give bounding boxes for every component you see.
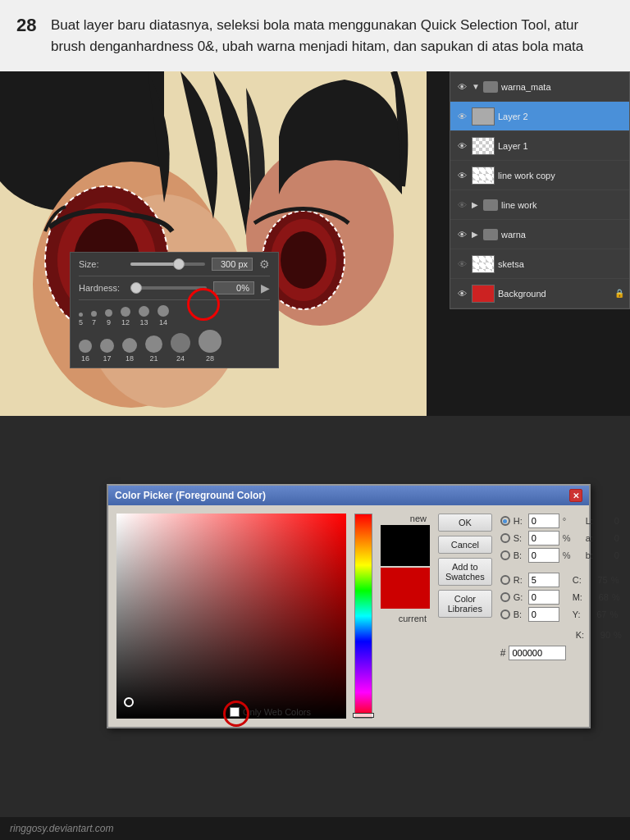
web-colors-row: Only Web Colors: [230, 707, 311, 717]
brush-preset-5[interactable]: 5: [79, 313, 83, 326]
brush-preset-28[interactable]: 28: [199, 330, 221, 363]
dialog-title: Color Picker (Foreground Color): [115, 490, 266, 501]
folder-icon: [483, 229, 498, 240]
layers-panel: 👁 ▼ warna_mata 👁 Layer 2 👁 Layer 1 👁 lin…: [450, 71, 630, 309]
layer-item-background[interactable]: 👁 Background 🔒: [450, 279, 629, 308]
a-value: 0: [596, 533, 619, 543]
g-radio[interactable]: [500, 592, 510, 602]
new-label: new: [410, 514, 430, 523]
ok-button[interactable]: OK: [438, 514, 492, 532]
s-label: S:: [514, 533, 525, 543]
b-radio[interactable]: [500, 550, 510, 560]
brush-preset-13[interactable]: 13: [139, 306, 149, 326]
s-unit: %: [563, 533, 576, 543]
b-row: B: % b: 0: [500, 548, 622, 563]
layer-item-warna-mata[interactable]: 👁 ▼ warna_mata: [450, 72, 629, 102]
swatch-current: [381, 568, 430, 609]
eye-icon[interactable]: 👁: [455, 139, 468, 153]
brush-preset-18[interactable]: 18: [122, 338, 137, 363]
layer-name: line work: [501, 200, 624, 210]
b-label: B:: [514, 550, 525, 560]
svg-point-11: [281, 231, 326, 289]
eye-icon-hidden[interactable]: 👁: [455, 199, 468, 212]
eye-icon[interactable]: 👁: [455, 169, 468, 182]
h-label: H:: [514, 516, 525, 526]
layer-item-warna[interactable]: 👁 ▶ warna: [450, 220, 629, 249]
folder-icon: [483, 81, 498, 93]
hue-slider[interactable]: [354, 514, 372, 719]
color-picker-dialog: Color Picker (Foreground Color) ✕ new cu…: [107, 484, 591, 728]
h-radio[interactable]: [500, 516, 510, 526]
g-row: G: M: 68 %: [500, 590, 622, 605]
color-gradient-square[interactable]: [116, 514, 346, 719]
expand-arrow: ▼: [472, 82, 480, 91]
s-row: S: % a: 0: [500, 531, 622, 546]
brush-preset-12[interactable]: 12: [121, 307, 130, 326]
brush-preset-17[interactable]: 17: [100, 339, 114, 363]
brush-preset-7[interactable]: 7: [91, 311, 97, 326]
buttons-column: OK Cancel Add to Swatches Color Librarie…: [438, 514, 492, 719]
menu-arrow-icon[interactable]: ▶: [261, 281, 270, 294]
cancel-button[interactable]: Cancel: [438, 536, 492, 554]
g-input[interactable]: [528, 590, 559, 605]
layer-name: Layer 1: [498, 141, 624, 151]
h-input[interactable]: [528, 514, 559, 528]
layer-name: warna: [501, 230, 624, 240]
eye-icon[interactable]: 👁: [455, 228, 468, 241]
b2-label: B:: [514, 609, 525, 619]
layer-item-layer2[interactable]: 👁 Layer 2: [450, 102, 629, 131]
brush-preset-24[interactable]: 24: [171, 333, 190, 363]
layer-thumb: [472, 107, 495, 126]
gear-icon[interactable]: ⚙: [259, 258, 270, 271]
b2-row: B: Y: 67 %: [500, 607, 622, 622]
size-slider[interactable]: [130, 262, 205, 266]
expand-arrow: ▶: [472, 200, 480, 209]
folder-icon: [483, 199, 498, 211]
layer-item-linework-copy[interactable]: 👁 line work copy: [450, 161, 629, 190]
eye-icon[interactable]: 👁: [455, 110, 468, 123]
brush-preset-9[interactable]: 9: [105, 309, 112, 326]
layer-item-linework[interactable]: 👁 ▶ line work: [450, 190, 629, 220]
inputs-area: H: ° L: 0 S: % a: 0 B: % b:: [500, 514, 622, 719]
c-value: 75: [585, 575, 608, 585]
eye-icon[interactable]: 👁: [455, 287, 468, 300]
brush-preset-16[interactable]: 16: [79, 340, 92, 363]
hex-input[interactable]: [509, 646, 566, 660]
b-input[interactable]: [528, 548, 559, 563]
b2-value: 0: [596, 550, 619, 560]
dialog-body: new current OK Cancel Add to Swatches Co…: [108, 505, 589, 727]
b-unit: %: [563, 550, 576, 560]
h-unit: °: [563, 516, 576, 526]
b2-radio[interactable]: [500, 609, 510, 619]
lock-icon: 🔒: [614, 289, 624, 298]
s-radio[interactable]: [500, 533, 510, 543]
layer-name: line work copy: [498, 171, 624, 180]
add-to-swatches-button[interactable]: Add to Swatches: [438, 558, 492, 586]
brush-preset-21[interactable]: 21: [145, 336, 162, 363]
layer-name: Layer 2: [498, 112, 624, 121]
layer-thumb: [472, 285, 495, 303]
eye-icon-hidden[interactable]: 👁: [455, 258, 468, 271]
close-button[interactable]: ✕: [569, 489, 582, 502]
layer-item-sketsa[interactable]: 👁 sketsa: [450, 249, 629, 279]
hex-row: #: [500, 646, 622, 660]
color-libraries-button[interactable]: Color Libraries: [438, 590, 492, 618]
footer: ringgosy.deviantart.com: [0, 817, 630, 840]
g-label: G:: [514, 592, 525, 602]
hue-marker: [353, 713, 374, 718]
l-value: 0: [596, 516, 619, 526]
r-input[interactable]: [528, 573, 559, 587]
layer-thumb: [472, 255, 495, 273]
hardness-slider[interactable]: [130, 286, 207, 290]
web-colors-label: Only Web Colors: [243, 707, 311, 717]
web-colors-checkbox[interactable]: [230, 707, 240, 717]
layer-item-layer1[interactable]: 👁 Layer 1: [450, 131, 629, 161]
r-radio[interactable]: [500, 575, 510, 585]
size-label: Size:: [79, 259, 124, 269]
brush-preset-14[interactable]: 14: [158, 305, 169, 326]
h-row: H: ° L: 0: [500, 514, 622, 528]
b2-input[interactable]: [528, 607, 559, 622]
eye-icon[interactable]: 👁: [455, 80, 468, 94]
s-input[interactable]: [528, 531, 559, 546]
dialog-titlebar: Color Picker (Foreground Color) ✕: [108, 486, 589, 505]
